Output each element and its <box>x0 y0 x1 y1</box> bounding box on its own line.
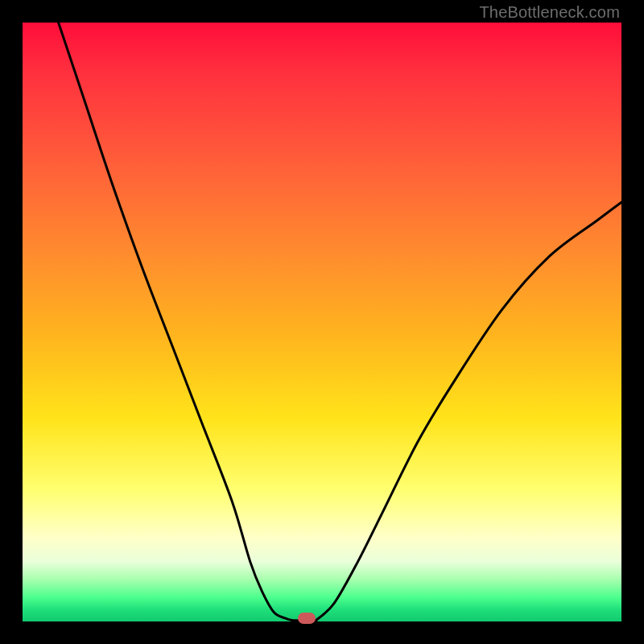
plot-area <box>23 23 621 621</box>
watermark-text: TheBottleneck.com <box>479 3 620 22</box>
curve-path <box>59 23 621 621</box>
optimum-marker <box>298 613 316 624</box>
bottleneck-curve <box>23 23 621 621</box>
chart-frame: TheBottleneck.com <box>0 0 644 644</box>
